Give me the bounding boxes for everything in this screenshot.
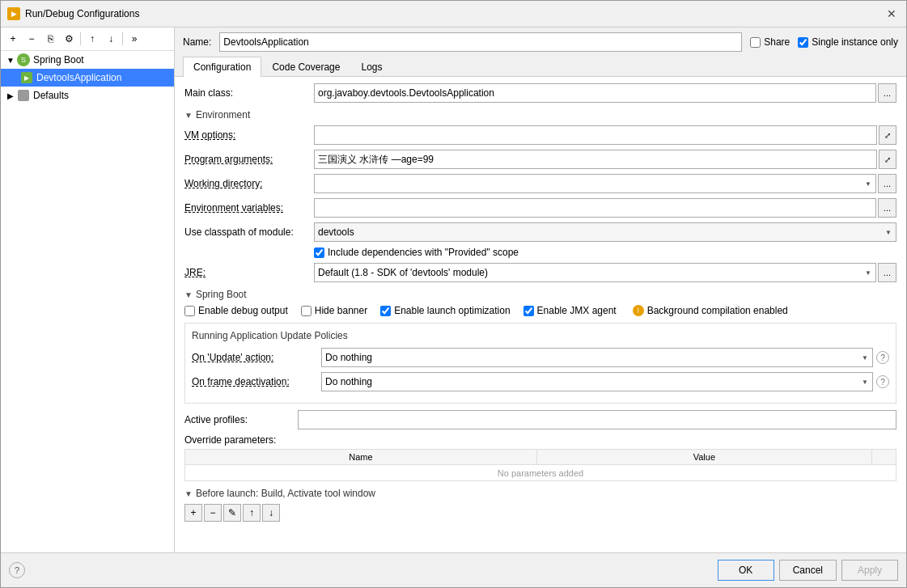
hide-banner-checkbox[interactable]: [301, 306, 312, 316]
enable-launch-wrap: Enable launch optimization: [380, 305, 510, 316]
include-deps-checkbox[interactable]: [314, 247, 324, 258]
tree-item-spring-boot[interactable]: ▼ S Spring Boot: [1, 51, 174, 69]
program-args-input[interactable]: [314, 150, 877, 169]
sidebar-toolbar: + − ⎘ ⚙ ↑ ↓ »: [1, 27, 174, 51]
on-frame-help-icon[interactable]: ?: [876, 375, 889, 388]
active-profiles-input[interactable]: [298, 410, 896, 429]
enable-jmx-checkbox[interactable]: [523, 306, 534, 316]
environment-arrow: ▼: [184, 111, 193, 120]
program-args-expand-button[interactable]: ⤢: [879, 150, 896, 169]
enable-debug-checkbox[interactable]: [184, 306, 195, 316]
vm-options-input[interactable]: [314, 125, 877, 145]
override-params-section: Override parameters: Name Value No param: [184, 434, 896, 481]
environment-title: Environment: [196, 109, 250, 121]
on-update-help-icon[interactable]: ?: [876, 351, 889, 364]
enable-launch-checkbox[interactable]: [380, 306, 391, 316]
toolbar-separator: [80, 32, 81, 45]
before-launch-section: ▼ Before launch: Build, Activate tool wi…: [184, 488, 896, 522]
env-vars-label: Environment variables:: [184, 202, 314, 214]
apply-button[interactable]: Apply: [841, 560, 898, 581]
single-instance-wrap: Single instance only: [798, 36, 898, 48]
tab-configuration[interactable]: Configuration: [183, 57, 261, 77]
before-launch-remove-button[interactable]: −: [204, 504, 222, 522]
program-args-row: Program arguments: ⤢: [184, 150, 896, 169]
tab-code-coverage[interactable]: Code Coverage: [261, 57, 350, 77]
on-update-dropdown[interactable]: Do nothing Update classes and resources …: [321, 348, 873, 367]
defaults-label: Defaults: [33, 90, 69, 101]
on-update-row: On 'Update' action: Do nothing Update cl…: [192, 348, 889, 367]
env-vars-input[interactable]: [314, 198, 876, 218]
before-launch-header[interactable]: ▼ Before launch: Build, Activate tool wi…: [184, 488, 896, 499]
run-debug-configurations-window: ▶ Run/Debug Configurations ✕ + − ⎘ ⚙ ↑ ↓…: [0, 0, 907, 588]
close-button[interactable]: ✕: [884, 6, 900, 22]
enable-debug-label: Enable debug output: [198, 305, 288, 316]
before-launch-add-button[interactable]: +: [184, 504, 202, 522]
main-class-label: Main class:: [184, 87, 314, 99]
settings-button[interactable]: ⚙: [60, 30, 78, 48]
spring-boot-arrow: ▼: [184, 290, 193, 299]
config-panel: Main class: ... ▼ Environment VM options…: [175, 77, 906, 552]
enable-jmx-wrap: Enable JMX agent: [523, 305, 617, 316]
cancel-button[interactable]: Cancel: [779, 560, 837, 581]
bg-compilation-label: Background compilation enabled: [647, 305, 788, 316]
enable-debug-wrap: Enable debug output: [184, 305, 288, 316]
enable-launch-label: Enable launch optimization: [394, 305, 510, 316]
col-value-header: Value: [536, 450, 871, 465]
main-content: + − ⎘ ⚙ ↑ ↓ » ▼ S Spring Boot: [1, 27, 906, 552]
jre-wrap: Default (1.8 - SDK of 'devtools' module)…: [314, 263, 896, 282]
tree-item-defaults[interactable]: ▶ Defaults: [1, 87, 174, 104]
vm-options-wrap: ⤢: [314, 125, 896, 145]
env-vars-browse-button[interactable]: ...: [878, 198, 896, 218]
working-dir-dropdown[interactable]: [314, 174, 876, 193]
right-panel: Name: Share Single instance only Configu…: [175, 27, 906, 552]
jre-dropdown[interactable]: Default (1.8 - SDK of 'devtools' module): [314, 263, 876, 282]
working-dir-row: Working directory: ...: [184, 174, 896, 193]
ok-button[interactable]: OK: [718, 560, 774, 581]
move-up-button[interactable]: ↑: [83, 30, 101, 48]
sidebar: + − ⎘ ⚙ ↑ ↓ » ▼ S Spring Boot: [1, 27, 175, 552]
on-update-label: On 'Update' action:: [192, 352, 321, 363]
vm-options-label: VM options:: [184, 129, 314, 141]
main-class-browse-button[interactable]: ...: [878, 83, 896, 103]
working-dir-browse-button[interactable]: ...: [878, 174, 896, 193]
on-frame-label: On frame deactivation:: [192, 376, 321, 387]
bg-compilation-info-icon: !: [633, 305, 644, 316]
help-button[interactable]: ?: [9, 562, 25, 578]
main-class-input[interactable]: [314, 83, 876, 103]
single-instance-checkbox[interactable]: [798, 37, 808, 48]
include-deps-row: Include dependencies with "Provided" sco…: [184, 247, 896, 258]
before-launch-down-button[interactable]: ↓: [262, 504, 280, 522]
share-checkbox[interactable]: [750, 37, 761, 48]
enable-jmx-label: Enable JMX agent: [537, 305, 617, 316]
add-config-button[interactable]: +: [4, 30, 22, 48]
override-params-table: Name Value No parameters added: [184, 449, 896, 481]
remove-config-button[interactable]: −: [23, 30, 40, 48]
move-down-button[interactable]: ↓: [102, 30, 120, 48]
jre-row: JRE: Default (1.8 - SDK of 'devtools' mo…: [184, 263, 896, 282]
tab-logs[interactable]: Logs: [350, 57, 392, 77]
no-params-row: No parameters added: [185, 465, 896, 481]
spring-boot-checkboxes: Enable debug output Hide banner Enable l…: [184, 305, 896, 316]
name-label: Name:: [183, 36, 211, 48]
on-frame-dropdown[interactable]: Do nothing Update classes and resources …: [321, 372, 873, 391]
before-launch-up-button[interactable]: ↑: [243, 504, 261, 522]
classpath-dropdown[interactable]: devtools: [314, 222, 896, 242]
env-vars-row: Environment variables: ...: [184, 198, 896, 218]
jre-browse-button[interactable]: ...: [878, 263, 896, 282]
name-input[interactable]: [219, 32, 742, 52]
classpath-label: Use classpath of module:: [184, 226, 314, 238]
before-launch-actions: + − ✎ ↑ ↓: [184, 504, 896, 522]
expand-arrow-spring-boot: ▼: [6, 55, 15, 65]
before-launch-edit-button[interactable]: ✎: [223, 504, 241, 522]
tree-item-devtools-app[interactable]: ▶ DevtoolsApplication: [1, 69, 174, 87]
copy-config-button[interactable]: ⎘: [41, 30, 59, 48]
on-frame-row: On frame deactivation: Do nothing Update…: [192, 372, 889, 391]
more-actions-button[interactable]: »: [125, 30, 143, 48]
environment-section-header[interactable]: ▼ Environment: [184, 109, 896, 121]
spring-boot-section-header[interactable]: ▼ Spring Boot: [184, 289, 896, 300]
vm-options-expand-button[interactable]: ⤢: [879, 125, 896, 145]
hide-banner-wrap: Hide banner: [301, 305, 367, 316]
single-instance-label: Single instance only: [812, 36, 898, 48]
share-label: Share: [764, 36, 790, 48]
col-actions-header: [872, 450, 896, 465]
